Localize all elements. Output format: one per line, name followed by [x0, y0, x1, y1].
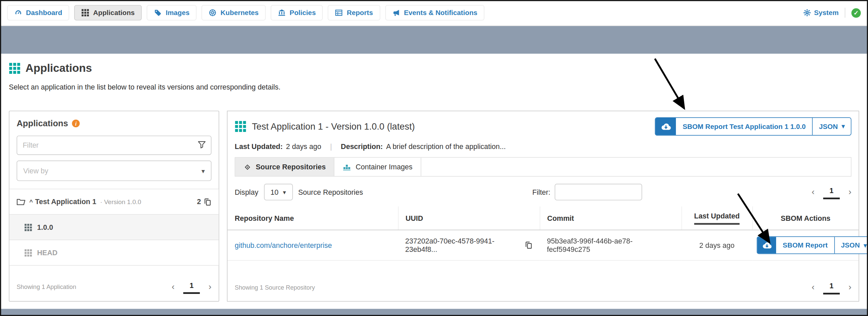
table-row[interactable]: github.com/anchore/enterprise 237202a0-7…: [227, 230, 859, 260]
pagination-prev-icon[interactable]: ‹: [172, 282, 175, 291]
kubernetes-wheel-icon: [209, 9, 217, 17]
page-size-select[interactable]: 10 ▾: [264, 184, 293, 200]
showing-count-text: Showing 1 Source Repository: [235, 284, 315, 291]
application-row[interactable]: ^ Test Application 1 · Version 1.0.0 2: [9, 189, 218, 215]
bank-icon: [278, 9, 286, 17]
megaphone-icon: [392, 9, 400, 17]
page-subtitle: Select an application in the list below …: [9, 83, 859, 92]
main-content: Applications Select an application in th…: [0, 54, 868, 309]
repository-diamond-icon: [244, 163, 251, 171]
copy-icon[interactable]: [525, 241, 533, 249]
info-icon[interactable]: i: [72, 120, 80, 127]
nav-item-events-notifications[interactable]: Events & Notifications: [385, 5, 485, 20]
nav-item-dashboard[interactable]: Dashboard: [7, 5, 69, 20]
view-by-placeholder: View by: [23, 167, 49, 175]
pagination-next-icon[interactable]: ›: [209, 282, 212, 291]
filter-funnel-icon: [198, 140, 206, 149]
nav-separator: [845, 8, 845, 18]
pagination: ‹ 1 ›: [811, 280, 851, 294]
version-row-1-0-0[interactable]: 1.0.0: [9, 215, 218, 240]
pagination-current-page[interactable]: 1: [824, 280, 840, 294]
nav-label: Dashboard: [26, 9, 62, 17]
applications-list: ^ Test Application 1 · Version 1.0.0 2 1…: [9, 189, 218, 265]
view-by-select[interactable]: View by ▾: [17, 161, 212, 181]
report-table-icon: [335, 9, 343, 17]
sbom-report-app-label: SBOM Report Test Application 1 1.0.0: [676, 118, 812, 135]
nav-label: Reports: [347, 9, 373, 17]
system-health-check-icon[interactable]: ✓: [851, 8, 861, 18]
sbom-report-row-button[interactable]: SBOM Report JSON ▾: [757, 236, 868, 254]
applications-grid-icon: [9, 62, 21, 74]
nav-item-applications[interactable]: Applications: [74, 5, 142, 20]
sbom-format-select[interactable]: JSON ▾: [834, 237, 868, 254]
sbom-format-select[interactable]: JSON ▾: [812, 118, 850, 135]
table-header-row: Repository Name UUID Commit Last Updated…: [227, 207, 859, 230]
column-header-uuid[interactable]: UUID: [398, 207, 539, 230]
detail-title: Test Application 1 - Version 1.0.0 (late…: [252, 121, 415, 132]
page-header: Applications: [0, 54, 868, 78]
version-row-head[interactable]: HEAD: [9, 240, 218, 265]
sbom-actions-cell: SBOM Report JSON ▾: [752, 230, 859, 260]
nav-label: Images: [166, 9, 189, 17]
uuid-value: 237202a0-70ec-4578-9941-23eb4f8...: [405, 237, 521, 254]
column-header-repository-name[interactable]: Repository Name: [227, 207, 398, 230]
applications-grid-icon: [82, 9, 89, 17]
sbom-report-app-button[interactable]: SBOM Report Test Application 1 1.0.0 JSO…: [655, 117, 851, 136]
panel-title-row: Applications i: [17, 119, 212, 129]
sorted-column-label: Last Updated: [694, 212, 739, 225]
dashboard-icon: [14, 9, 22, 17]
detail-meta-row: Last Updated: 2 days ago | Description: …: [227, 140, 859, 157]
description-label: Description:: [341, 142, 383, 151]
detail-tabstrip: Source Repositories Container Images: [235, 157, 851, 177]
column-header-sbom-actions[interactable]: SBOM Actions: [752, 207, 859, 230]
sidebar-filter-input[interactable]: [17, 136, 212, 155]
nav-item-policies[interactable]: Policies: [271, 5, 323, 20]
application-version-suffix: · Version 1.0.0: [100, 198, 141, 205]
showing-count-text: Showing 1 Application: [17, 283, 76, 290]
version-count: 2: [197, 198, 201, 206]
repository-link[interactable]: github.com/anchore/enterprise: [235, 241, 332, 250]
pagination-prev-icon[interactable]: ‹: [811, 283, 814, 292]
cloud-download-icon[interactable]: [757, 237, 776, 254]
pagination-next-icon[interactable]: ›: [848, 188, 851, 197]
nav-item-system[interactable]: System: [803, 9, 839, 17]
pagination-prev-icon[interactable]: ‹: [811, 188, 814, 197]
nav-right-group: System ✓: [803, 8, 861, 18]
pagination-next-icon[interactable]: ›: [848, 283, 851, 292]
column-header-commit[interactable]: Commit: [539, 207, 681, 230]
nav-label: Kubernetes: [220, 9, 258, 17]
nav-item-reports[interactable]: Reports: [328, 5, 380, 20]
chevron-down-icon: ▾: [283, 188, 286, 196]
commit-value: 95b3eaf3-996f-446b-ae78-fecf5949c275: [547, 237, 632, 254]
cloud-download-icon[interactable]: [655, 118, 676, 135]
nav-item-kubernetes[interactable]: Kubernetes: [202, 5, 266, 20]
last-updated-label: Last Updated:: [235, 142, 283, 151]
display-suffix: Source Repositories: [298, 188, 363, 196]
gear-icon: [803, 9, 810, 17]
tab-container-images[interactable]: Container Images: [335, 158, 421, 176]
sbom-format-value: JSON: [819, 123, 838, 130]
column-header-last-updated[interactable]: Last Updated: [682, 207, 752, 230]
folder-open-icon: [17, 197, 26, 207]
applications-list-panel: Applications i View by ▾: [9, 110, 219, 302]
chevron-down-icon: ▾: [842, 123, 845, 130]
app-window: Dashboard Applications Images Kubernetes: [0, 0, 868, 316]
copy-icon[interactable]: [204, 198, 212, 206]
collapse-caret-icon[interactable]: ^: [29, 198, 33, 205]
table-filter-input[interactable]: [555, 184, 642, 200]
nav-label: Policies: [290, 9, 316, 17]
page-size-value: 10: [271, 188, 279, 196]
screenshot-root: Dashboard Applications Images Kubernetes: [0, 0, 868, 316]
tab-source-repositories[interactable]: Source Repositories: [235, 158, 335, 176]
pagination: ‹ 1 ›: [172, 279, 212, 294]
pagination-current-page[interactable]: 1: [824, 185, 840, 199]
nav-label: Events & Notifications: [404, 9, 477, 17]
description-value: A brief description of the application..…: [386, 142, 506, 151]
tab-label: Source Repositories: [256, 163, 326, 171]
application-detail-panel: Test Application 1 - Version 1.0.0 (late…: [227, 110, 859, 302]
nav-item-images[interactable]: Images: [147, 5, 197, 20]
commit-cell: 95b3eaf3-996f-446b-ae78-fecf5949c275: [539, 230, 681, 260]
pagination-current-page[interactable]: 1: [183, 279, 199, 294]
container-stack-icon: [343, 163, 351, 171]
check-glyph: ✓: [854, 9, 859, 17]
